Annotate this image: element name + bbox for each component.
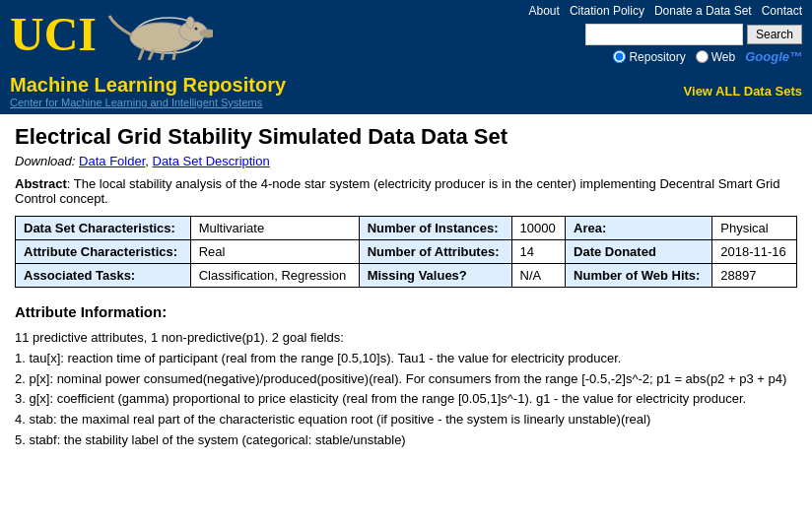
donate-link[interactable]: Donate a Data Set xyxy=(654,4,752,18)
attr-line-1: 1. tau[x]: reaction time of participant … xyxy=(15,349,797,369)
info-table: Data Set Characteristics:MultivariateNum… xyxy=(15,216,797,288)
repository-radio-label[interactable]: Repository xyxy=(613,50,685,64)
row-value-1: Real xyxy=(190,240,359,264)
attr-line-0: 11 predictive attributes, 1 non-predicti… xyxy=(15,328,797,349)
about-link[interactable]: About xyxy=(529,4,560,18)
google-logo: Google™ xyxy=(745,49,802,64)
dataset-title: Electrical Grid Stability Simulated Data… xyxy=(15,124,797,150)
subtitle-link[interactable]: Center for Machine Learning and Intellig… xyxy=(10,97,286,108)
col-header-2: Missing Values? xyxy=(359,264,511,288)
table-row: Attribute Characteristics:RealNumber of … xyxy=(16,240,797,264)
abstract-text: The local stability analysis of the 4-no… xyxy=(15,176,779,206)
header-right: About Citation Policy Donate a Data Set … xyxy=(529,4,802,64)
abstract: Abstract: The local stability analysis o… xyxy=(15,176,797,206)
site-title-area: Machine Learning Repository Center for M… xyxy=(10,74,286,108)
col-value1-0: 10000 xyxy=(511,217,566,240)
citation-policy-link[interactable]: Citation Policy xyxy=(570,4,644,18)
site-header: UCI xyxy=(0,0,812,68)
svg-point-4 xyxy=(195,27,198,30)
table-row: Data Set Characteristics:MultivariateNum… xyxy=(16,217,797,240)
top-nav: About Citation Policy Donate a Data Set … xyxy=(529,4,802,18)
col-value2-2: 28897 xyxy=(712,264,797,288)
search-button[interactable]: Search xyxy=(747,25,802,44)
data-set-description-link[interactable]: Data Set Description xyxy=(153,154,270,168)
col-header2-1: Date Donated xyxy=(566,240,712,264)
search-area: Search xyxy=(585,24,802,45)
uci-logo: UCI xyxy=(10,11,97,58)
row-header-0: Data Set Characteristics: xyxy=(16,217,191,240)
svg-line-7 xyxy=(162,51,164,60)
attr-line-4: 4. stab: the maximal real part of the ch… xyxy=(15,410,797,430)
table-row: Associated Tasks:Classification, Regress… xyxy=(16,264,797,288)
col-header2-0: Area: xyxy=(566,217,712,240)
attr-line-3: 3. g[x]: coefficient (gamma) proportiona… xyxy=(15,389,797,410)
search-input[interactable] xyxy=(585,24,743,45)
attribute-information: Attribute Information: 11 predictive att… xyxy=(15,303,797,451)
col-header-0: Number of Instances: xyxy=(359,217,511,240)
web-radio-label[interactable]: Web xyxy=(696,50,735,64)
row-header-2: Associated Tasks: xyxy=(16,264,191,288)
main-content: Electrical Grid Stability Simulated Data… xyxy=(0,114,812,461)
web-radio[interactable] xyxy=(696,50,709,63)
row-value-2: Classification, Regression xyxy=(190,264,359,288)
logo-area: UCI xyxy=(10,6,213,63)
blue-bar: Machine Learning Repository Center for M… xyxy=(0,68,812,114)
attr-text: 11 predictive attributes, 1 non-predicti… xyxy=(15,328,797,451)
row-header-1: Attribute Characteristics: xyxy=(16,240,191,264)
svg-point-5 xyxy=(186,17,194,29)
download-line: Download: Data Folder, Data Set Descript… xyxy=(15,154,797,168)
contact-link[interactable]: Contact xyxy=(762,4,802,18)
search-scope-area: Repository Web Google™ xyxy=(613,49,802,64)
row-value-0: Multivariate xyxy=(190,217,359,240)
data-folder-link[interactable]: Data Folder xyxy=(79,154,145,168)
site-title: Machine Learning Repository xyxy=(10,74,286,97)
anteater-icon xyxy=(104,6,213,63)
repository-radio[interactable] xyxy=(613,50,626,63)
col-value2-1: 2018-11-16 xyxy=(712,240,797,264)
col-value1-2: N/A xyxy=(511,264,566,288)
attr-line-2: 2. p[x]: nominal power consumed(negative… xyxy=(15,369,797,390)
svg-point-3 xyxy=(200,30,213,37)
col-value1-1: 14 xyxy=(511,240,566,264)
col-header2-2: Number of Web Hits: xyxy=(566,264,712,288)
col-header-1: Number of Attributes: xyxy=(359,240,511,264)
attr-info-heading: Attribute Information: xyxy=(15,303,797,320)
col-value2-0: Physical xyxy=(712,217,797,240)
view-all-link[interactable]: View ALL Data Sets xyxy=(684,84,802,99)
svg-line-8 xyxy=(173,49,175,60)
attr-line-5: 5. stabf: the stability label of the sys… xyxy=(15,430,797,451)
